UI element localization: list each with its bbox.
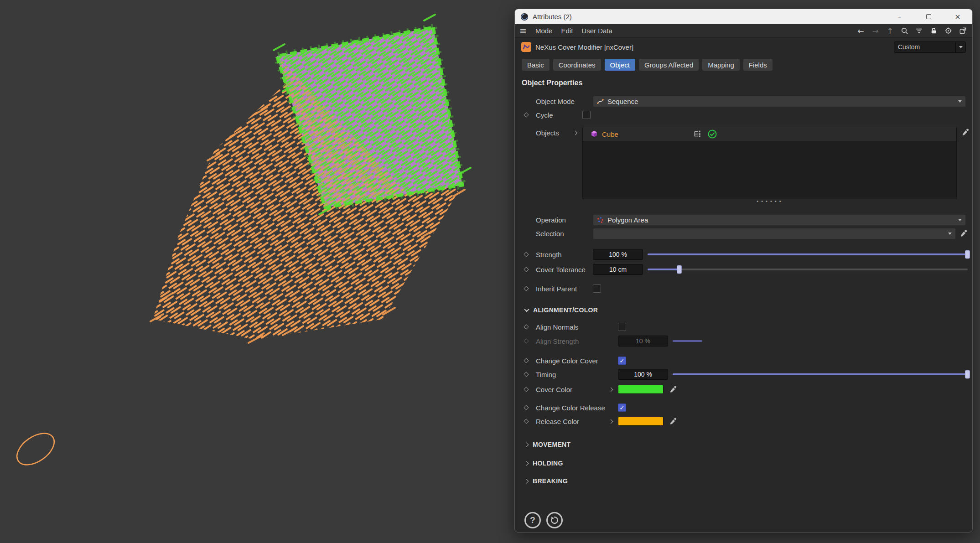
maximize-icon xyxy=(926,14,931,19)
close-button[interactable]: × xyxy=(943,9,972,24)
slider-knob[interactable] xyxy=(677,265,682,274)
selection-eyedropper-icon[interactable] xyxy=(959,229,969,238)
selection-dropdown[interactable] xyxy=(593,228,956,239)
filter-icon[interactable] xyxy=(914,27,924,35)
objects-list[interactable]: Cube xyxy=(582,127,957,199)
search-icon[interactable] xyxy=(900,27,909,35)
lock-icon[interactable] xyxy=(929,27,939,35)
hierarchy-icon[interactable] xyxy=(693,130,701,138)
align-normals-checkbox[interactable]: ✓ xyxy=(618,323,626,331)
strength-value[interactable]: 100 % xyxy=(593,249,643,260)
operation-row: Operation Polygon Area xyxy=(515,213,972,227)
preset-dropdown[interactable]: Custom xyxy=(894,41,966,53)
section-holding[interactable]: HOLDING xyxy=(515,456,972,470)
chevron-down-icon xyxy=(948,233,952,235)
tab-object[interactable]: Object xyxy=(605,59,635,71)
change-color-release-checkbox[interactable]: ✓ xyxy=(618,403,626,412)
list-item[interactable]: Cube xyxy=(583,127,956,141)
cycle-checkbox[interactable]: ✓ xyxy=(582,111,591,119)
properties-panel: Object Properties Object Mode Sequence C… xyxy=(515,73,972,532)
menu-mode[interactable]: Mode xyxy=(535,27,553,35)
tab-mapping[interactable]: Mapping xyxy=(702,59,740,71)
section-alignment-color[interactable]: ALIGNMENT/COLOR xyxy=(515,303,972,317)
tab-groups-affected[interactable]: Groups Affected xyxy=(639,59,699,71)
parent-up-icon[interactable]: ↑ xyxy=(885,26,895,36)
keyframe-diamond-icon[interactable] xyxy=(524,268,536,271)
cover-tolerance-label: Cover Tolerance xyxy=(536,266,593,274)
inherit-parent-checkbox[interactable]: ✓ xyxy=(593,284,601,293)
chevron-right-icon[interactable] xyxy=(573,131,578,135)
cover-color-eyedropper-icon[interactable] xyxy=(669,385,678,394)
inherit-parent-row: Inherit Parent ✓ xyxy=(515,282,972,295)
cover-color-row: Cover Color xyxy=(515,383,972,396)
list-resize-handle-icon[interactable]: ∙∙∙∙∙∙ xyxy=(582,199,957,205)
window-title: Attributes (2) xyxy=(533,13,885,21)
settings-gear-icon[interactable] xyxy=(944,27,953,35)
check-icon: ✓ xyxy=(620,405,625,411)
operation-dropdown[interactable]: Polygon Area xyxy=(593,214,966,226)
inherit-parent-label: Inherit Parent xyxy=(536,285,593,293)
object-mode-label: Object Mode xyxy=(536,98,593,105)
change-color-cover-label: Change Color Cover xyxy=(536,357,618,365)
strength-slider[interactable] xyxy=(648,249,968,260)
help-icon: ? xyxy=(530,515,535,525)
reset-button[interactable] xyxy=(546,512,563,528)
history-forward-icon[interactable]: → xyxy=(871,26,880,36)
slider-knob[interactable] xyxy=(965,250,970,259)
enabled-check-icon[interactable] xyxy=(708,129,717,139)
cube-object-icon xyxy=(590,130,598,138)
object-header: NeXus Cover Modifier [nxCover] Custom xyxy=(515,38,972,56)
cover-tolerance-row: Cover Tolerance 10 cm xyxy=(515,263,972,276)
objects-row: Objects Cube xyxy=(515,127,972,199)
object-picker-eyedropper-icon[interactable] xyxy=(961,127,970,136)
chevron-right-icon[interactable] xyxy=(609,419,613,424)
keyframe-diamond-icon[interactable] xyxy=(524,372,536,376)
object-mode-row: Object Mode Sequence xyxy=(515,94,972,108)
open-in-new-window-icon[interactable] xyxy=(958,27,968,35)
keyframe-diamond-icon[interactable] xyxy=(524,359,536,362)
cover-color-swatch[interactable] xyxy=(618,385,664,394)
spline-ellipse xyxy=(11,427,60,471)
keyframe-diamond-icon[interactable] xyxy=(524,406,536,409)
keyframe-diamond-icon[interactable] xyxy=(524,253,536,256)
keyframe-diamond-icon[interactable] xyxy=(524,287,536,290)
page-title: Object Properties xyxy=(522,79,972,87)
chevron-down-icon xyxy=(959,46,963,48)
object-mode-dropdown[interactable]: Sequence xyxy=(593,96,966,107)
section-breaking[interactable]: BREAKING xyxy=(515,474,972,488)
cover-color-label: Cover Color xyxy=(536,386,618,393)
footer-buttons: ? xyxy=(524,512,563,528)
release-color-label: Release Color xyxy=(536,418,618,425)
tab-fields[interactable]: Fields xyxy=(743,59,773,71)
check-icon: ✓ xyxy=(620,358,625,364)
minimize-button[interactable]: – xyxy=(885,9,914,24)
nxcover-modifier-icon xyxy=(521,42,531,52)
strength-row: Strength 100 % xyxy=(515,248,972,261)
timing-value[interactable]: 100 % xyxy=(618,369,668,380)
keyframe-diamond-icon[interactable] xyxy=(524,325,536,329)
menu-edit[interactable]: Edit xyxy=(561,27,573,35)
keyframe-diamond-icon[interactable] xyxy=(524,388,536,391)
slider-knob[interactable] xyxy=(965,370,970,379)
tab-coordinates[interactable]: Coordinates xyxy=(553,59,601,71)
hamburger-icon[interactable]: ≡ xyxy=(519,26,527,35)
tab-basic[interactable]: Basic xyxy=(522,59,550,71)
menu-user-data[interactable]: User Data xyxy=(581,27,612,35)
section-movement[interactable]: MOVEMENT xyxy=(515,438,972,451)
attributes-window: Attributes (2) – × ≡ Mode Edit User Data… xyxy=(514,9,973,533)
operation-value: Polygon Area xyxy=(607,216,648,224)
cover-tolerance-slider[interactable] xyxy=(648,264,968,275)
maximize-button[interactable] xyxy=(914,9,943,24)
help-button[interactable]: ? xyxy=(524,512,541,528)
sequence-icon xyxy=(597,98,604,105)
chevron-right-icon[interactable] xyxy=(609,387,613,392)
history-back-icon[interactable]: ← xyxy=(856,26,866,36)
window-titlebar[interactable]: Attributes (2) – × xyxy=(515,9,972,24)
change-color-cover-checkbox[interactable]: ✓ xyxy=(618,357,626,365)
release-color-swatch[interactable] xyxy=(618,417,664,426)
timing-slider[interactable] xyxy=(673,369,968,380)
cover-tolerance-value[interactable]: 10 cm xyxy=(593,264,643,275)
release-color-eyedropper-icon[interactable] xyxy=(669,417,678,426)
keyframe-diamond-icon[interactable] xyxy=(524,113,536,117)
keyframe-diamond-icon[interactable] xyxy=(524,419,536,423)
